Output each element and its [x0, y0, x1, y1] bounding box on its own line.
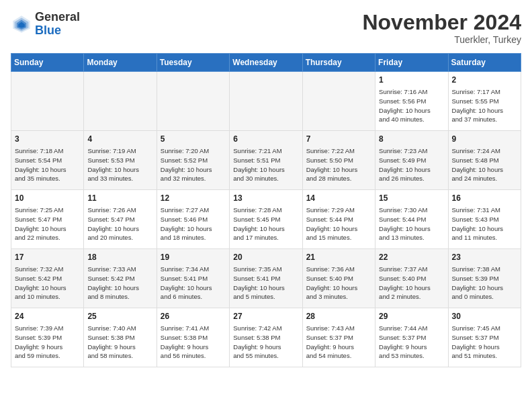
calendar-table: SundayMondayTuesdayWednesdayThursdayFrid… — [11, 53, 521, 367]
day-number: 14 — [306, 193, 371, 204]
weekday-header-monday: Monday — [84, 54, 157, 72]
calendar-day-cell: 16Sunrise: 7:31 AM Sunset: 5:43 PM Dayli… — [448, 190, 521, 249]
day-number: 5 — [161, 134, 226, 145]
day-info: Sunrise: 7:26 AM Sunset: 5:47 PM Dayligh… — [87, 205, 152, 242]
logo-general: General — [35, 10, 80, 24]
day-info: Sunrise: 7:39 AM Sunset: 5:39 PM Dayligh… — [15, 324, 80, 361]
calendar-day-cell: 28Sunrise: 7:43 AM Sunset: 5:37 PM Dayli… — [302, 308, 375, 367]
day-number: 9 — [452, 134, 517, 145]
day-info: Sunrise: 7:41 AM Sunset: 5:38 PM Dayligh… — [161, 324, 226, 361]
weekday-header-tuesday: Tuesday — [157, 54, 229, 72]
day-number: 30 — [452, 311, 517, 322]
day-number: 29 — [379, 311, 444, 322]
calendar-day-cell: 2Sunrise: 7:17 AM Sunset: 5:55 PM Daylig… — [448, 72, 521, 131]
weekday-header-wednesday: Wednesday — [230, 54, 302, 72]
day-number: 15 — [379, 193, 444, 204]
day-number: 28 — [306, 311, 371, 322]
calendar-day-cell: 10Sunrise: 7:25 AM Sunset: 5:47 PM Dayli… — [11, 190, 84, 249]
day-info: Sunrise: 7:23 AM Sunset: 5:49 PM Dayligh… — [379, 146, 444, 183]
day-number: 7 — [306, 134, 371, 145]
calendar-day-cell: 15Sunrise: 7:30 AM Sunset: 5:44 PM Dayli… — [375, 190, 448, 249]
calendar-week-row: 3Sunrise: 7:18 AM Sunset: 5:54 PM Daylig… — [11, 131, 521, 190]
logo-blue: Blue — [35, 24, 61, 37]
day-number: 1 — [379, 75, 444, 86]
calendar-day-cell: 11Sunrise: 7:26 AM Sunset: 5:47 PM Dayli… — [84, 190, 157, 249]
day-number: 10 — [15, 193, 80, 204]
day-info: Sunrise: 7:20 AM Sunset: 5:52 PM Dayligh… — [161, 146, 226, 183]
calendar-day-cell: 5Sunrise: 7:20 AM Sunset: 5:52 PM Daylig… — [157, 131, 229, 190]
calendar-day-cell: 4Sunrise: 7:19 AM Sunset: 5:53 PM Daylig… — [84, 131, 157, 190]
day-info: Sunrise: 7:43 AM Sunset: 5:37 PM Dayligh… — [306, 324, 371, 361]
day-number: 25 — [87, 311, 152, 322]
calendar-day-cell: 20Sunrise: 7:35 AM Sunset: 5:41 PM Dayli… — [230, 249, 302, 308]
day-info: Sunrise: 7:17 AM Sunset: 5:55 PM Dayligh… — [452, 87, 517, 124]
calendar-week-row: 10Sunrise: 7:25 AM Sunset: 5:47 PM Dayli… — [11, 190, 521, 249]
day-number: 2 — [452, 75, 517, 86]
calendar-day-cell: 22Sunrise: 7:37 AM Sunset: 5:40 PM Dayli… — [375, 249, 448, 308]
day-number: 13 — [233, 193, 298, 204]
day-number: 4 — [87, 134, 152, 145]
day-info: Sunrise: 7:18 AM Sunset: 5:54 PM Dayligh… — [15, 146, 80, 183]
day-number: 6 — [233, 134, 298, 145]
calendar-week-row: 1Sunrise: 7:16 AM Sunset: 5:56 PM Daylig… — [11, 72, 521, 131]
calendar-day-cell: 24Sunrise: 7:39 AM Sunset: 5:39 PM Dayli… — [11, 308, 84, 367]
calendar-week-row: 17Sunrise: 7:32 AM Sunset: 5:42 PM Dayli… — [11, 249, 521, 308]
logo: General Blue — [11, 11, 80, 38]
day-number: 26 — [161, 311, 226, 322]
day-info: Sunrise: 7:33 AM Sunset: 5:42 PM Dayligh… — [87, 265, 152, 302]
day-info: Sunrise: 7:28 AM Sunset: 5:45 PM Dayligh… — [233, 205, 298, 242]
title-block: November 2024 Tuerkler, Turkey — [362, 11, 521, 45]
day-info: Sunrise: 7:30 AM Sunset: 5:44 PM Dayligh… — [379, 205, 444, 242]
weekday-header-thursday: Thursday — [302, 54, 375, 72]
day-info: Sunrise: 7:42 AM Sunset: 5:38 PM Dayligh… — [233, 324, 298, 361]
calendar-day-cell — [230, 72, 302, 131]
day-number: 19 — [161, 252, 226, 263]
weekday-header-saturday: Saturday — [448, 54, 521, 72]
logo-icon — [11, 13, 32, 35]
calendar-day-cell: 30Sunrise: 7:45 AM Sunset: 5:37 PM Dayli… — [448, 308, 521, 367]
day-info: Sunrise: 7:38 AM Sunset: 5:39 PM Dayligh… — [452, 265, 517, 302]
weekday-header-row: SundayMondayTuesdayWednesdayThursdayFrid… — [11, 54, 521, 72]
day-info: Sunrise: 7:22 AM Sunset: 5:50 PM Dayligh… — [306, 146, 371, 183]
day-number: 11 — [87, 193, 152, 204]
calendar-day-cell: 3Sunrise: 7:18 AM Sunset: 5:54 PM Daylig… — [11, 131, 84, 190]
day-number: 27 — [233, 311, 298, 322]
day-number: 22 — [379, 252, 444, 263]
calendar-day-cell: 27Sunrise: 7:42 AM Sunset: 5:38 PM Dayli… — [230, 308, 302, 367]
logo-text: General Blue — [35, 11, 80, 38]
weekday-header-friday: Friday — [375, 54, 448, 72]
day-number: 12 — [161, 193, 226, 204]
day-info: Sunrise: 7:29 AM Sunset: 5:44 PM Dayligh… — [306, 205, 371, 242]
day-info: Sunrise: 7:32 AM Sunset: 5:42 PM Dayligh… — [15, 265, 80, 302]
calendar-day-cell: 13Sunrise: 7:28 AM Sunset: 5:45 PM Dayli… — [230, 190, 302, 249]
calendar-day-cell: 7Sunrise: 7:22 AM Sunset: 5:50 PM Daylig… — [302, 131, 375, 190]
calendar-day-cell — [84, 72, 157, 131]
day-number: 17 — [15, 252, 80, 263]
calendar-day-cell: 19Sunrise: 7:34 AM Sunset: 5:41 PM Dayli… — [157, 249, 229, 308]
calendar-day-cell: 23Sunrise: 7:38 AM Sunset: 5:39 PM Dayli… — [448, 249, 521, 308]
day-info: Sunrise: 7:36 AM Sunset: 5:40 PM Dayligh… — [306, 265, 371, 302]
calendar-day-cell: 26Sunrise: 7:41 AM Sunset: 5:38 PM Dayli… — [157, 308, 229, 367]
day-info: Sunrise: 7:31 AM Sunset: 5:43 PM Dayligh… — [452, 205, 517, 242]
day-info: Sunrise: 7:27 AM Sunset: 5:46 PM Dayligh… — [161, 205, 226, 242]
day-info: Sunrise: 7:37 AM Sunset: 5:40 PM Dayligh… — [379, 265, 444, 302]
day-number: 18 — [87, 252, 152, 263]
calendar-day-cell — [11, 72, 84, 131]
day-number: 24 — [15, 311, 80, 322]
calendar-week-row: 24Sunrise: 7:39 AM Sunset: 5:39 PM Dayli… — [11, 308, 521, 367]
page-header: General Blue November 2024 Tuerkler, Tur… — [11, 11, 521, 45]
calendar-day-cell: 14Sunrise: 7:29 AM Sunset: 5:44 PM Dayli… — [302, 190, 375, 249]
calendar-day-cell: 1Sunrise: 7:16 AM Sunset: 5:56 PM Daylig… — [375, 72, 448, 131]
day-info: Sunrise: 7:45 AM Sunset: 5:37 PM Dayligh… — [452, 324, 517, 361]
calendar-day-cell: 21Sunrise: 7:36 AM Sunset: 5:40 PM Dayli… — [302, 249, 375, 308]
calendar-day-cell: 12Sunrise: 7:27 AM Sunset: 5:46 PM Dayli… — [157, 190, 229, 249]
calendar-day-cell: 25Sunrise: 7:40 AM Sunset: 5:38 PM Dayli… — [84, 308, 157, 367]
calendar-day-cell: 18Sunrise: 7:33 AM Sunset: 5:42 PM Dayli… — [84, 249, 157, 308]
day-number: 20 — [233, 252, 298, 263]
calendar-day-cell: 29Sunrise: 7:44 AM Sunset: 5:37 PM Dayli… — [375, 308, 448, 367]
day-number: 16 — [452, 193, 517, 204]
month-title: November 2024 — [362, 11, 521, 34]
day-info: Sunrise: 7:44 AM Sunset: 5:37 PM Dayligh… — [379, 324, 444, 361]
calendar-day-cell: 9Sunrise: 7:24 AM Sunset: 5:48 PM Daylig… — [448, 131, 521, 190]
day-info: Sunrise: 7:25 AM Sunset: 5:47 PM Dayligh… — [15, 205, 80, 242]
